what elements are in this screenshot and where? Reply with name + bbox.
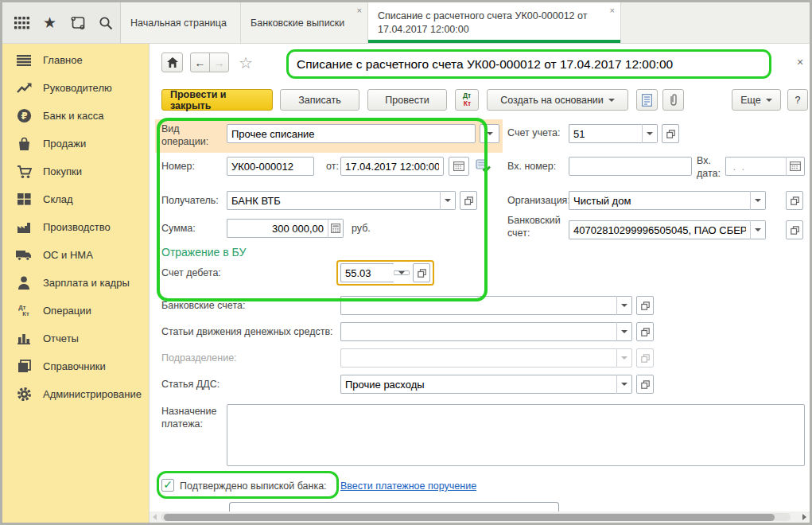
create-based-on-button[interactable]: Создать на основании <box>487 89 628 111</box>
tab-bank-statements[interactable]: Банковские выписки × <box>241 2 368 43</box>
dds-item-input[interactable] <box>340 375 616 394</box>
tab-bar-empty-area <box>621 2 810 43</box>
dropdown-arrow-icon <box>766 99 772 102</box>
post-button[interactable]: Провести <box>367 89 447 111</box>
department-dropdown-button[interactable] <box>616 348 632 368</box>
department-open-button[interactable] <box>636 348 654 368</box>
favorites-star-icon[interactable]: ★ <box>43 15 56 30</box>
sidebar-item-label: Покупки <box>43 165 82 177</box>
payee-open-button[interactable] <box>460 191 477 210</box>
tab-close-icon[interactable]: × <box>610 6 615 15</box>
post-and-close-button[interactable]: Провести и закрыть <box>161 89 273 111</box>
number-input[interactable] <box>227 157 314 176</box>
operation-kind-dropdown-button[interactable] <box>480 124 499 143</box>
sidebar-item-administration[interactable]: Администрирование <box>2 380 149 408</box>
dds-item-dropdown-button[interactable] <box>616 375 632 394</box>
account-dropdown-button[interactable] <box>642 124 658 143</box>
sidebar-item-sales[interactable]: Продажи <box>2 130 149 158</box>
account-open-button[interactable] <box>662 124 679 143</box>
payee-dropdown-button[interactable] <box>440 191 456 210</box>
organization-label: Организация: <box>507 195 570 208</box>
home-button[interactable] <box>161 52 183 72</box>
sidebar-item-payroll-hr[interactable]: Зарплата и кадры <box>2 269 149 297</box>
sidebar-item-production[interactable]: Производство <box>2 213 149 241</box>
close-form-icon[interactable]: × <box>797 56 803 68</box>
incoming-date-input[interactable] <box>725 157 786 176</box>
sidebar-item-directories[interactable]: Справочники <box>2 352 149 380</box>
cash-flow-items-dropdown-button[interactable] <box>616 322 632 341</box>
document-form: ← → ☆ Списание с расчетного счета УК00-0… <box>150 44 810 523</box>
confirmed-checkbox[interactable]: ✓ <box>161 479 174 492</box>
history-scroll-icon[interactable] <box>70 16 85 30</box>
menu-grid-icon[interactable] <box>14 17 29 29</box>
menu-lines-icon <box>16 52 32 68</box>
sidebar-item-main[interactable]: Главное <box>2 46 149 74</box>
dropdown-arrow-icon <box>621 356 627 360</box>
date-input[interactable] <box>340 157 444 176</box>
books-icon <box>16 359 32 375</box>
sidebar-item-purchases[interactable]: Покупки <box>2 158 149 185</box>
tab-writeoff-document[interactable]: Списание с расчетного счета УК00-000012 … <box>368 2 621 43</box>
date-calendar-button[interactable] <box>449 157 469 176</box>
debit-account-input[interactable] <box>340 263 394 282</box>
dropdown-arrow-icon <box>755 228 761 231</box>
incoming-number-input[interactable] <box>569 157 692 176</box>
confirmed-checkbox-label: Подтверждено выпиской банка: <box>180 480 327 493</box>
organization-dropdown-button[interactable] <box>750 191 766 210</box>
open-icon <box>666 130 675 138</box>
dropdown-arrow-icon <box>755 199 761 202</box>
save-button[interactable]: Записать <box>280 89 359 111</box>
horizontal-scrollbar <box>150 511 810 523</box>
bank-accounts-open-button[interactable] <box>636 296 654 315</box>
bank-accounts-input[interactable] <box>340 296 616 315</box>
amount-input[interactable] <box>227 219 328 238</box>
tab-close-icon[interactable]: × <box>357 6 362 15</box>
shopping-cart-icon <box>16 164 32 180</box>
debit-account-dropdown-button[interactable] <box>394 270 410 275</box>
sidebar-item-manager[interactable]: Руководителю <box>2 74 149 102</box>
organization-open-button[interactable] <box>786 191 803 210</box>
department-input[interactable] <box>340 348 616 368</box>
sidebar-item-fixed-assets[interactable]: ОС и НМА <box>2 241 149 269</box>
document-report-button[interactable] <box>636 89 658 111</box>
account-input[interactable] <box>569 124 642 143</box>
system-icons-panel: ★ <box>2 2 121 43</box>
set-date-icon[interactable] <box>476 158 491 176</box>
more-button[interactable]: Еще <box>732 89 781 111</box>
bank-accounts-dropdown-button[interactable] <box>616 296 632 315</box>
bank-account-open-button[interactable] <box>786 220 803 239</box>
incoming-date-calendar-button[interactable] <box>786 157 805 176</box>
enter-payment-order-link[interactable]: Ввести платежное поручение <box>340 480 476 492</box>
bank-account-dropdown-button[interactable] <box>750 220 766 239</box>
sidebar-item-warehouse[interactable]: Склад <box>2 185 149 213</box>
help-button[interactable]: ? <box>787 89 808 111</box>
bank-account-input[interactable] <box>569 220 750 239</box>
cash-flow-items-input[interactable] <box>340 322 616 341</box>
search-icon[interactable] <box>99 16 113 30</box>
forward-button[interactable]: → <box>209 52 229 72</box>
sidebar-item-label: Руководителю <box>43 82 112 94</box>
organization-input[interactable] <box>569 191 750 210</box>
favorite-star-icon[interactable]: ☆ <box>239 55 253 71</box>
scroll-left-arrow-icon[interactable] <box>153 514 157 520</box>
operation-kind-input[interactable] <box>227 124 476 143</box>
sidebar-item-operations[interactable]: ДтКт Операции <box>2 297 149 325</box>
payment-purpose-textarea[interactable] <box>227 404 805 466</box>
payee-label: Получатель: <box>161 195 219 208</box>
open-icon <box>464 196 473 205</box>
scrollbar-thumb[interactable] <box>164 514 775 521</box>
amount-calculator-button[interactable] <box>328 219 344 238</box>
back-button[interactable]: ← <box>190 52 210 72</box>
attachments-button[interactable] <box>662 89 684 111</box>
tab-home[interactable]: Начальная страница <box>121 2 241 43</box>
dds-item-open-button[interactable] <box>636 375 654 394</box>
sidebar-item-bank-cash[interactable]: ₽ Банк и касса <box>2 102 149 130</box>
payee-input[interactable] <box>227 191 440 210</box>
cash-flow-items-open-button[interactable] <box>636 322 654 341</box>
sidebar: Главное Руководителю ₽ Банк и касса Прод… <box>2 44 150 523</box>
debit-account-open-button[interactable] <box>413 263 430 282</box>
sidebar-item-reports[interactable]: Отчеты <box>2 325 149 352</box>
bank-accounts-field-group <box>340 296 632 315</box>
dtkt-postings-button[interactable]: ДтКт <box>455 89 479 111</box>
scroll-right-arrow-icon[interactable] <box>802 514 806 520</box>
